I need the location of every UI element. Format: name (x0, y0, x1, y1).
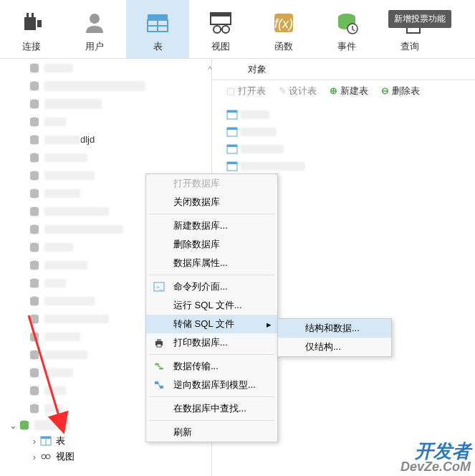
tree-item[interactable] (0, 148, 211, 166)
context-menu: 打开数据库 关闭数据库 新建数据库... 删除数据库 数据库属性... >_ 命… (145, 173, 278, 442)
chevron-down-icon[interactable]: ⌄ (9, 420, 17, 431)
toolbar-label: 事件 (337, 40, 356, 53)
tree-item[interactable] (0, 59, 211, 77)
plug-icon (19, 6, 44, 40)
menu-separator (149, 354, 274, 355)
db-icon (29, 349, 40, 361)
toolbar-table[interactable]: 表 (126, 0, 189, 58)
db-icon (29, 224, 40, 235)
terminal-icon: >_ (153, 281, 165, 292)
toolbar-label: 查询 (400, 40, 419, 53)
svg-text:f(x): f(x) (274, 16, 293, 31)
svg-point-62 (155, 363, 159, 366)
view-icon (208, 6, 234, 40)
new-table-button[interactable]: ⊕ 新建表 (330, 85, 368, 97)
svg-rect-60 (157, 339, 161, 341)
view-icon (40, 451, 52, 462)
svg-rect-5 (148, 14, 168, 19)
submenu-struct-only[interactable]: 仅结构... (278, 338, 391, 356)
menu-refresh[interactable]: 刷新 (146, 423, 277, 442)
toolbar-query[interactable]: 查询 (378, 0, 441, 58)
svg-rect-56 (227, 162, 237, 164)
toolbar-label: 用户 (85, 40, 104, 53)
svg-rect-1 (37, 20, 42, 27)
svg-rect-65 (160, 386, 163, 389)
db-icon (29, 403, 40, 414)
db-icon (29, 62, 40, 74)
db-icon (29, 152, 40, 163)
tree-item[interactable] (0, 95, 211, 113)
menu-close-db[interactable]: 关闭数据库 (146, 193, 277, 211)
menu-dump-sql[interactable]: 转储 SQL 文件▸ (146, 315, 277, 333)
tree-label: 视图 (56, 450, 75, 463)
chevron-right-icon: ▸ (267, 319, 272, 330)
list-item[interactable] (226, 123, 461, 141)
tree-item[interactable] (0, 113, 211, 130)
table-list (212, 102, 475, 179)
db-icon (29, 295, 40, 307)
tree-child-views[interactable]: › 视图 (0, 449, 211, 465)
svg-rect-61 (157, 344, 161, 347)
svg-point-12 (222, 26, 229, 33)
svg-point-63 (159, 368, 163, 370)
svg-rect-54 (227, 145, 237, 147)
svg-rect-52 (227, 128, 237, 130)
list-item[interactable] (226, 158, 461, 175)
svg-point-11 (213, 26, 221, 33)
scroll-up-icon[interactable]: ^ (208, 64, 212, 75)
table-icon (145, 6, 171, 40)
menu-separator (149, 420, 274, 421)
menu-open-db: 打开数据库 (146, 174, 277, 193)
delete-table-button[interactable]: ⊖ 删除表 (381, 85, 420, 97)
svg-rect-0 (24, 17, 36, 30)
svg-rect-10 (211, 13, 231, 16)
model-icon (153, 379, 165, 391)
tree-item[interactable] (0, 77, 211, 95)
tree-label: 表 (56, 434, 65, 447)
tooltip: 新增投票功能 (388, 10, 451, 28)
list-item[interactable] (226, 106, 461, 123)
table-icon (226, 126, 238, 138)
toolbar-event[interactable]: 事件 (315, 0, 378, 58)
toolbar-view[interactable]: 视图 (189, 0, 252, 58)
toolbar-user[interactable]: 用户 (63, 0, 126, 58)
db-icon (29, 170, 40, 181)
main-toolbar: 连接 用户 表 视图 f(x) 函数 事件 查询 (0, 0, 475, 59)
db-icon (29, 116, 40, 128)
function-icon: f(x) (271, 6, 297, 40)
design-table-button[interactable]: ✎ 设计表 (279, 85, 317, 97)
db-icon (29, 260, 40, 271)
menu-reverse[interactable]: 逆向数据库到模型... (146, 376, 277, 394)
transfer-icon (153, 361, 165, 372)
svg-point-47 (42, 454, 46, 459)
chevron-right-icon[interactable]: › (30, 452, 39, 462)
tree-item[interactable]: dljd (0, 130, 211, 148)
menu-data-transfer[interactable]: 数据传输... (146, 357, 277, 376)
menu-find[interactable]: 在数据库中查找... (146, 399, 277, 418)
tab-objects[interactable]: 对象 (248, 63, 267, 76)
menu-run-sql[interactable]: 运行 SQL 文件... (146, 296, 277, 315)
menu-db-props[interactable]: 数据库属性... (146, 254, 277, 272)
toolbar-connect[interactable]: 连接 (0, 0, 63, 58)
submenu-struct-data[interactable]: 结构和数据... (278, 319, 391, 338)
svg-rect-3 (32, 13, 34, 17)
menu-print-db[interactable]: 打印数据库... (146, 333, 277, 352)
menu-separator (149, 396, 274, 397)
svg-text:>_: >_ (156, 284, 163, 290)
svg-point-4 (90, 14, 100, 24)
list-item[interactable] (226, 141, 461, 158)
toolbar-func[interactable]: f(x) 函数 (252, 0, 315, 58)
toolbar-label: 函数 (274, 40, 293, 53)
menu-cmdline[interactable]: >_ 命令列介面... (146, 277, 277, 296)
db-icon (29, 367, 40, 379)
db-icon (29, 277, 40, 289)
printer-icon (153, 337, 165, 348)
menu-delete-db[interactable]: 删除数据库 (146, 235, 277, 254)
svg-rect-45 (41, 437, 51, 439)
db-icon (29, 242, 40, 253)
open-table-button[interactable]: ▢ 打开表 (226, 85, 266, 97)
chevron-right-icon[interactable]: › (30, 436, 39, 447)
menu-new-db[interactable]: 新建数据库... (146, 216, 277, 235)
menu-separator (149, 275, 274, 275)
db-icon (29, 206, 40, 217)
